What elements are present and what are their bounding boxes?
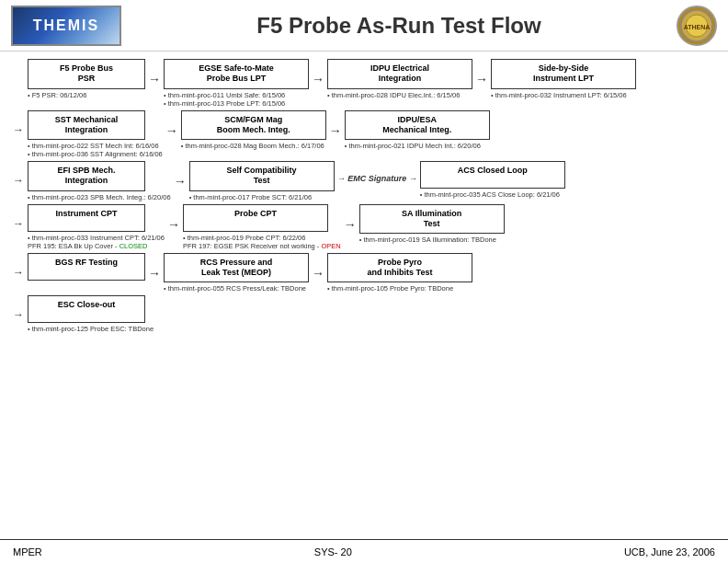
box-esc-closeout-wrap: ESC Close-out • thm-mint-proc-125 Probe … (28, 295, 154, 333)
arrow-1-2: → (145, 59, 164, 86)
box-bgs-rf-wrap: BGS RF Testing (28, 253, 145, 282)
box-scm-fgm-wrap: SCM/FGM MagBoom Mech. Integ. • thm-mint-… (181, 110, 326, 151)
box-f5-probe-bus: F5 Probe BusPSR (28, 59, 145, 89)
themis-logo: THEMIS (11, 6, 121, 46)
box-sa-illum: SA IlluminationTest (359, 204, 505, 235)
box-idpu-elec: IDPU ElectricalIntegration (327, 59, 472, 89)
box-f5-probe-bus-wrap: F5 Probe BusPSR • F5 PSR: 06/12/06 (28, 59, 145, 99)
box-rcs-pressure: RCS Pressure andLeak Test (MEOP) (164, 253, 309, 283)
connector-row5: → (13, 253, 28, 279)
box-probe-cpt-note: • thm-mint-proc-019 Probe CPT: 6/22/06PF… (183, 234, 341, 250)
box-self-compat-wrap: Self CompatibilityTest • thm-mint-proc-0… (189, 161, 335, 201)
box-acs-closed-note: • thm-mint-proc-035 ACS Close Loop: 6/21… (420, 190, 565, 199)
row2-boxes: SST MechanicalIntegration • thm-mint-pro… (28, 110, 715, 159)
box-sst-mech-wrap: SST MechanicalIntegration • thm-mint-pro… (28, 110, 163, 159)
arrow-r4-2-3: → (341, 204, 359, 232)
main-content: F5 Probe BusPSR • F5 PSR: 06/12/06 → EGS… (0, 52, 728, 539)
box-esc-closeout-note: • thm-mint-proc-125 Probe ESC: TBDone (28, 325, 154, 333)
box-idpu-esa-mech-note: • thm-mint-proc-021 IDPU Mech Int.: 6/20… (345, 142, 490, 150)
box-rcs-pressure-wrap: RCS Pressure andLeak Test (MEOP) • thm-m… (164, 253, 309, 293)
box-instrument-cpt-note: • thm-mint-proc-033 Instrument CPT: 6/21… (28, 234, 165, 250)
box-sa-illum-note: • thm-mint-proc-019 SA Illumination: TBD… (359, 236, 505, 244)
diagram-row-1: F5 Probe BusPSR • F5 PSR: 06/12/06 → EGS… (13, 59, 715, 108)
box-egse-note: • thm-mint-proc-011 Umbi Safe: 6/15/06• … (164, 91, 309, 108)
flow-diagram: F5 Probe BusPSR • F5 PSR: 06/12/06 → EGS… (13, 59, 715, 333)
page-title: F5 Probe As-Run Test Flow (121, 13, 677, 39)
row5-boxes: BGS RF Testing → RCS Pressure andLeak Te… (28, 253, 715, 293)
box-acs-closed: ACS Closed Loop (420, 161, 565, 189)
connector-row2: → (13, 110, 28, 136)
box-instrument-cpt-wrap: Instrument CPT • thm-mint-proc-033 Instr… (28, 204, 165, 250)
box-bgs-rf: BGS RF Testing (28, 253, 145, 281)
row1-boxes: F5 Probe BusPSR • F5 PSR: 06/12/06 → EGS… (28, 59, 715, 108)
box-scm-fgm: SCM/FGM MagBoom Mech. Integ. (181, 110, 326, 141)
arrow-r4-1-2: → (165, 204, 183, 232)
box-esc-closeout: ESC Close-out (28, 295, 145, 323)
arrow-3-4: → (472, 59, 491, 86)
box-sst-mech: SST MechanicalIntegration (28, 110, 145, 141)
footer-center: SYS- 20 (314, 546, 352, 557)
arrow-r5-2-3: → (309, 253, 327, 281)
arrow-2-3: → (309, 59, 327, 86)
footer-right: UCB, June 23, 2006 (624, 546, 715, 557)
box-efi-spb-note: • thm-mint-proc-023 SPB Mech. Integ.: 6/… (28, 193, 171, 201)
box-side-by-side-note: • thm-mint-proc-032 Instrument LPT: 6/15… (491, 91, 636, 99)
box-acs-closed-wrap: ACS Closed Loop • thm-mint-proc-035 ACS … (420, 161, 565, 199)
box-egse: EGSE Safe-to-MateProbe Bus LPT (164, 59, 309, 89)
box-efi-spb: EFI SPB Mech.Integration (28, 161, 145, 191)
arrow-r3-1-2: → (171, 161, 189, 189)
box-scm-fgm-note: • thm-mint-proc-028 Mag Boom Mech.: 6/17… (181, 142, 326, 150)
emc-signature: → EMC Signature → (335, 161, 420, 183)
box-sa-illum-wrap: SA IlluminationTest • thm-mint-proc-019 … (359, 204, 505, 245)
box-efi-spb-wrap: EFI SPB Mech.Integration • thm-mint-proc… (28, 161, 171, 201)
box-side-by-side: Side-by-SideInstrument LPT (491, 59, 636, 89)
diagram-row-6: → ESC Close-out • thm-mint-proc-125 Prob… (13, 295, 715, 333)
page: THEMIS F5 Probe As-Run Test Flow ATHENA … (0, 0, 728, 563)
box-sst-mech-note: • thm-mint-proc-022 SST Mech Int: 6/16/0… (28, 142, 163, 158)
box-f5-probe-bus-note: • F5 PSR: 06/12/06 (28, 91, 145, 99)
box-self-compat: Self CompatibilityTest (189, 161, 335, 191)
box-probe-pyro-wrap: Probe Pyroand Inhibits Test • thm-mint-p… (327, 253, 472, 293)
diagram-row-2: → SST MechanicalIntegration • thm-mint-p… (13, 110, 715, 159)
row3-boxes: EFI SPB Mech.Integration • thm-mint-proc… (28, 161, 715, 201)
box-side-by-side-wrap: Side-by-SideInstrument LPT • thm-mint-pr… (491, 59, 636, 99)
box-probe-cpt-wrap: Probe CPT • thm-mint-proc-019 Probe CPT:… (183, 204, 341, 250)
row4-boxes: Instrument CPT • thm-mint-proc-033 Instr… (28, 204, 715, 250)
footer-left: MPER (13, 546, 42, 557)
diagram-row-5: → BGS RF Testing → RCS Pressure andLeak … (13, 253, 715, 293)
box-instrument-cpt: Instrument CPT (28, 204, 145, 232)
footer: MPER SYS- 20 UCB, June 23, 2006 (0, 539, 728, 563)
diagram-row-4: → Instrument CPT • thm-mint-proc-033 Ins… (13, 204, 715, 250)
box-idpu-elec-wrap: IDPU ElectricalIntegration • thm-mint-pr… (327, 59, 472, 99)
box-egse-wrap: EGSE Safe-to-MateProbe Bus LPT • thm-min… (164, 59, 309, 108)
arrow-r5-1-2: → (145, 253, 164, 281)
connector-row6: → (13, 295, 28, 321)
status-open: OPEN (321, 242, 340, 250)
box-rcs-pressure-note: • thm-mint-proc-055 RCS Press/Leak: TBDo… (164, 284, 309, 293)
svg-text:ATHENA: ATHENA (684, 24, 711, 30)
box-probe-pyro-note: • thm-mint-proc-105 Probe Pyro: TBDone (327, 284, 472, 293)
arrow-r2-2-3: → (326, 110, 345, 138)
box-probe-pyro: Probe Pyroand Inhibits Test (327, 253, 472, 283)
box-idpu-esa-mech-wrap: IDPU/ESAMechanical Integ. • thm-mint-pro… (345, 110, 490, 151)
connector-row3: → (13, 161, 28, 187)
box-probe-cpt: Probe CPT (183, 204, 328, 232)
box-idpu-esa-mech: IDPU/ESAMechanical Integ. (345, 110, 490, 141)
header: THEMIS F5 Probe As-Run Test Flow ATHENA (0, 0, 728, 52)
connector-row4: → (13, 204, 28, 230)
arrow-r2-1-2: → (163, 110, 181, 138)
diagram-row-3: → EFI SPB Mech.Integration • thm-mint-pr… (13, 161, 715, 201)
box-self-compat-note: • thm-mint-proc-017 Probe SCT: 6/21/06 (189, 193, 335, 201)
row6-boxes: ESC Close-out • thm-mint-proc-125 Probe … (28, 295, 715, 333)
status-closed: CLOSED (119, 242, 148, 250)
athena-logo: ATHENA (677, 6, 717, 46)
box-idpu-elec-note: • thm-mint-proc-028 IDPU Elec.Int.: 6/15… (327, 91, 472, 99)
